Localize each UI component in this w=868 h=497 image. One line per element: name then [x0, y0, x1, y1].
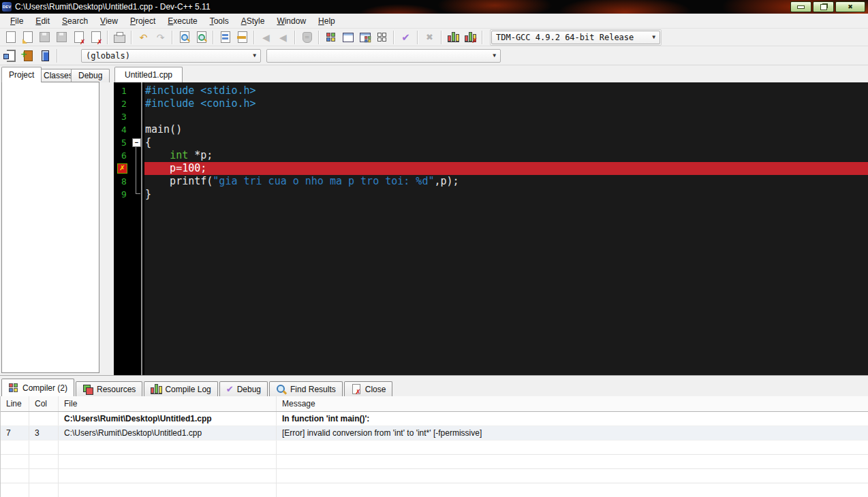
- back-button[interactable]: ◀: [258, 30, 275, 45]
- tab-project[interactable]: Project: [1, 67, 42, 82]
- find-in-files-icon: [197, 31, 206, 43]
- menu-file[interactable]: File: [4, 15, 29, 27]
- goto-line-button[interactable]: [234, 30, 251, 45]
- syntax-check-icon: ✔: [401, 31, 410, 44]
- open-file-button[interactable]: [19, 30, 36, 45]
- gutter-divider: [141, 82, 142, 375]
- line-number-4[interactable]: 4: [114, 123, 134, 136]
- line-number-5[interactable]: 5: [114, 136, 134, 149]
- menu-edit[interactable]: Edit: [29, 15, 56, 27]
- menu-project[interactable]: Project: [124, 15, 161, 27]
- menu-bar: File Edit Search View Project Execute To…: [0, 14, 868, 29]
- redo-button[interactable]: ↷: [152, 30, 169, 45]
- code-line-3[interactable]: [114, 110, 868, 123]
- forward-button[interactable]: ◀: [275, 30, 292, 45]
- close-button[interactable]: ✖: [835, 1, 865, 12]
- title-bar[interactable]: DEV C:\Users\Rumit\Desktop\Untitled1.cpp…: [0, 0, 868, 14]
- tab-compile-log[interactable]: Compile Log: [144, 381, 217, 396]
- stop-button[interactable]: =: [298, 30, 315, 45]
- replace-button[interactable]: [217, 30, 234, 45]
- remove-from-project-button[interactable]: [37, 48, 54, 63]
- menu-help[interactable]: Help: [312, 15, 341, 27]
- rebuild-all-button[interactable]: [373, 30, 390, 45]
- compiler-blocks-icon: [8, 383, 19, 394]
- tab-close[interactable]: ✗ Close: [344, 381, 393, 396]
- tab-debug[interactable]: ✔ Debug: [219, 381, 268, 396]
- compile-button[interactable]: [322, 30, 339, 45]
- print-button[interactable]: [111, 30, 128, 45]
- table-row-error[interactable]: 7 3 C:\Users\Rumit\Desktop\Untitled1.cpp…: [1, 426, 868, 440]
- compile-icon: [326, 33, 336, 42]
- menu-tools[interactable]: Tools: [204, 15, 235, 27]
- line-number-2[interactable]: 2: [114, 97, 134, 110]
- main-toolbar: ✗ ✗ ↶ ↷ ◀ ◀ = ✔ ✖ ✗ TDM-GCC 4.9.2 64-bi: [0, 29, 868, 46]
- code-line-2[interactable]: #include <conio.h>: [114, 97, 868, 110]
- code-line-9[interactable]: }: [114, 188, 868, 201]
- globals-select[interactable]: (globals) ▼: [81, 49, 261, 63]
- purple-check-icon: ✔: [226, 384, 234, 394]
- profile-button[interactable]: [445, 30, 462, 45]
- run-button[interactable]: [339, 30, 356, 45]
- code-line-1[interactable]: #include <stdio.h>: [114, 84, 868, 97]
- table-row[interactable]: C:\Users\Rumit\Desktop\Untitled1.cpp In …: [1, 412, 868, 426]
- code-editor[interactable]: #include <stdio.h> #include <conio.h> ma…: [114, 82, 868, 375]
- compile-run-button[interactable]: [356, 30, 373, 45]
- find-in-files-button[interactable]: [193, 30, 210, 45]
- line-number-8[interactable]: 8: [114, 175, 134, 188]
- goto-line-icon: [238, 31, 247, 43]
- close-all-button[interactable]: ✗: [87, 30, 104, 45]
- new-file-button[interactable]: [2, 30, 19, 45]
- find-button[interactable]: [176, 30, 193, 45]
- code-line-8[interactable]: printf("gia tri cua o nho ma p tro toi: …: [114, 175, 868, 188]
- members-select[interactable]: ▼: [266, 49, 501, 63]
- minimize-button[interactable]: [790, 1, 811, 12]
- line-number-3[interactable]: 3: [114, 110, 134, 123]
- save-button[interactable]: [36, 30, 53, 45]
- close-icon: ✖: [848, 3, 853, 11]
- line-number-6[interactable]: 6: [114, 149, 134, 162]
- redo-icon: ↷: [157, 32, 165, 43]
- add-to-project-button[interactable]: +: [20, 48, 37, 63]
- tab-find-results[interactable]: Find Results: [269, 381, 343, 396]
- close-file-button[interactable]: ✗: [70, 30, 87, 45]
- project-tree-panel[interactable]: [1, 82, 99, 373]
- tab-resources[interactable]: Resources: [76, 381, 142, 396]
- menu-search[interactable]: Search: [56, 15, 94, 27]
- save-all-button[interactable]: [53, 30, 70, 45]
- code-line-4[interactable]: main(): [114, 123, 868, 136]
- line-number-1[interactable]: 1: [114, 84, 134, 97]
- compiler-select-value: TDM-GCC 4.9.2 64-bit Release: [496, 33, 634, 42]
- close-all-icon: ✗: [91, 31, 101, 43]
- new-unit-button[interactable]: [3, 48, 20, 63]
- chevron-down-icon: ▼: [247, 52, 256, 59]
- menu-view[interactable]: View: [94, 15, 124, 27]
- undo-button[interactable]: ↶: [135, 30, 152, 45]
- code-line-5[interactable]: {: [114, 136, 868, 149]
- delete-profiling-button[interactable]: ✗: [462, 30, 479, 45]
- menu-window[interactable]: Window: [270, 15, 312, 27]
- tab-debug-panel[interactable]: Debug: [71, 69, 110, 82]
- editor-tab-untitled1[interactable]: Untitled1.cpp: [114, 67, 183, 82]
- error-marker-icon[interactable]: ✗: [117, 163, 127, 174]
- menu-astyle[interactable]: AStyle: [235, 15, 271, 27]
- code-line-6[interactable]: int *p;: [114, 149, 868, 162]
- devcpp-window: DEV C:\Users\Rumit\Desktop\Untitled1.cpp…: [0, 0, 868, 497]
- compile-run-icon: [360, 33, 371, 42]
- add-to-project-icon: +: [24, 50, 33, 61]
- restore-button[interactable]: [813, 1, 834, 12]
- stop-icon: =: [303, 32, 312, 43]
- abort-button[interactable]: ✖: [421, 30, 438, 45]
- editor-gutter[interactable]: 1 2 3 4 5 6 ✗ 8 9 −: [114, 82, 144, 375]
- line-number-9[interactable]: 9: [114, 188, 134, 201]
- fold-end-corner: [136, 193, 140, 194]
- tab-compiler[interactable]: Compiler (2): [1, 379, 74, 396]
- col-header-line: Line: [1, 396, 29, 411]
- new-file-icon: [6, 31, 16, 43]
- minimize-icon: [797, 5, 805, 9]
- fold-collapse-icon[interactable]: −: [132, 138, 141, 147]
- code-line-7-error[interactable]: p=100;: [114, 162, 868, 175]
- syntax-check-button[interactable]: ✔: [397, 30, 414, 45]
- menu-execute[interactable]: Execute: [161, 15, 203, 27]
- open-file-icon: [23, 31, 33, 43]
- compiler-select[interactable]: TDM-GCC 4.9.2 64-bit Release ▼: [491, 31, 660, 44]
